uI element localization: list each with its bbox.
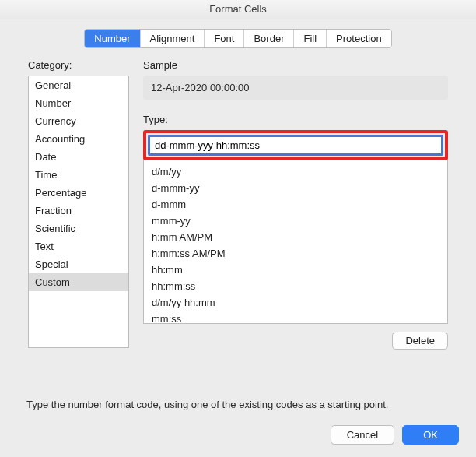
format-code-item[interactable]: d/m/yy: [144, 163, 447, 180]
tab-number[interactable]: Number: [85, 30, 140, 47]
category-label: Category:: [28, 59, 129, 71]
ok-button[interactable]: OK: [402, 425, 459, 445]
format-code-item[interactable]: hh:mm:ss: [144, 278, 447, 294]
category-item-accounting[interactable]: Accounting: [29, 130, 128, 148]
category-column: Category: General Number Currency Accoun…: [28, 59, 129, 350]
format-code-listbox[interactable]: d/m/yy d-mmm-yy d-mmm mmm-yy h:mm AM/PM …: [143, 160, 448, 324]
dialog-body: Category: General Number Currency Accoun…: [0, 48, 476, 350]
format-code-item[interactable]: d-mmm-yy: [144, 180, 447, 196]
category-item-currency[interactable]: Currency: [29, 112, 128, 130]
format-code-item[interactable]: hh:mm: [144, 262, 447, 278]
format-code-item[interactable]: h:mm AM/PM: [144, 229, 447, 245]
category-item-fraction[interactable]: Fraction: [29, 202, 128, 220]
type-label: Type:: [143, 114, 448, 125]
category-item-custom[interactable]: Custom: [29, 273, 128, 291]
type-input[interactable]: [148, 135, 443, 156]
tab-strip-container: Number Alignment Font Border Fill Protec…: [0, 29, 476, 48]
category-item-date[interactable]: Date: [29, 148, 128, 166]
cancel-button[interactable]: Cancel: [331, 425, 394, 445]
format-code-item[interactable]: mmm-yy: [144, 213, 447, 229]
tab-protection[interactable]: Protection: [327, 30, 391, 47]
category-item-percentage[interactable]: Percentage: [29, 184, 128, 202]
format-code-item[interactable]: d/m/yy hh:mm: [144, 294, 447, 311]
dialog-footer: Cancel OK: [331, 425, 459, 445]
category-item-special[interactable]: Special: [29, 255, 128, 273]
tab-border[interactable]: Border: [244, 30, 294, 47]
category-item-time[interactable]: Time: [29, 166, 128, 184]
type-area: Type: d/m/yy d-mmm-yy d-mmm mmm-yy h:mm …: [143, 114, 448, 350]
sample-label: Sample: [143, 59, 448, 71]
category-listbox[interactable]: General Number Currency Accounting Date …: [28, 76, 129, 348]
category-item-scientific[interactable]: Scientific: [29, 220, 128, 237]
format-code-item[interactable]: mm:ss: [144, 311, 447, 324]
category-item-general[interactable]: General: [29, 76, 128, 94]
category-item-text[interactable]: Text: [29, 237, 128, 255]
hint-text: Type the number format code, using one o…: [26, 399, 450, 410]
format-code-item[interactable]: h:mm:ss AM/PM: [144, 245, 447, 262]
type-input-highlight: [143, 130, 448, 160]
delete-button[interactable]: Delete: [392, 332, 448, 350]
window-title: Format Cells: [0, 0, 476, 19]
format-code-item[interactable]: d-mmm: [144, 196, 447, 213]
delete-row: Delete: [143, 332, 448, 350]
tab-font[interactable]: Font: [205, 30, 244, 47]
tab-alignment[interactable]: Alignment: [141, 30, 205, 47]
format-cells-dialog: Format Cells Number Alignment Font Borde…: [0, 0, 476, 457]
tab-strip: Number Alignment Font Border Fill Protec…: [84, 29, 391, 48]
category-item-number[interactable]: Number: [29, 94, 128, 112]
sample-value: 12-Apr-2020 00:00:00: [143, 76, 448, 100]
details-column: Sample 12-Apr-2020 00:00:00 Type: d/m/yy…: [143, 59, 448, 350]
tab-fill[interactable]: Fill: [294, 30, 327, 47]
